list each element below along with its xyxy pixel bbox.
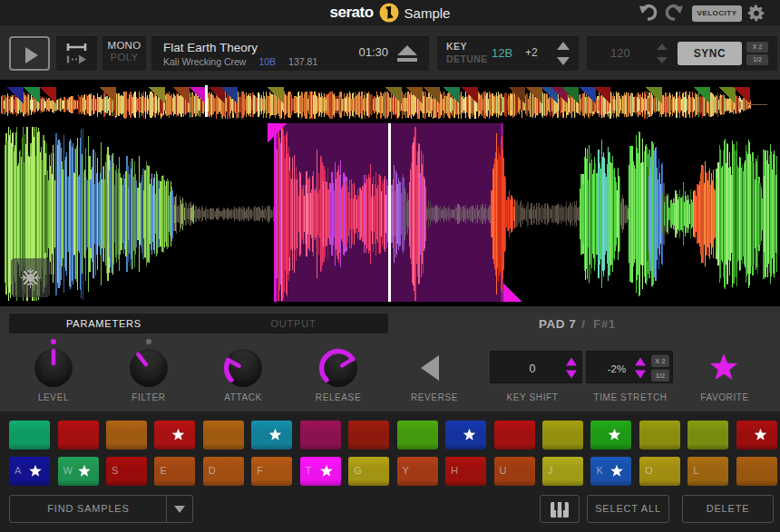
svg-text:1/2: 1/2 bbox=[656, 372, 665, 380]
svg-text:-2%: -2% bbox=[608, 363, 626, 374]
svg-text:X 2: X 2 bbox=[655, 357, 665, 365]
svg-text:0: 0 bbox=[530, 363, 536, 375]
